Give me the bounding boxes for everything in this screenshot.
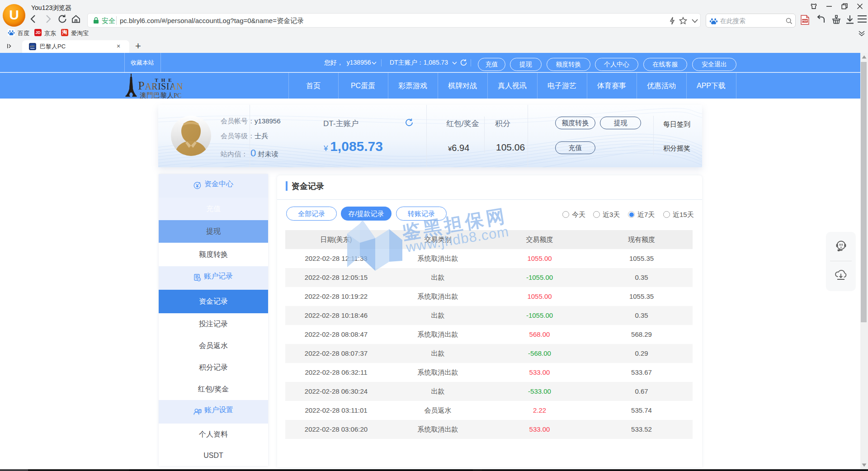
svg-text:PDF: PDF bbox=[802, 19, 808, 22]
